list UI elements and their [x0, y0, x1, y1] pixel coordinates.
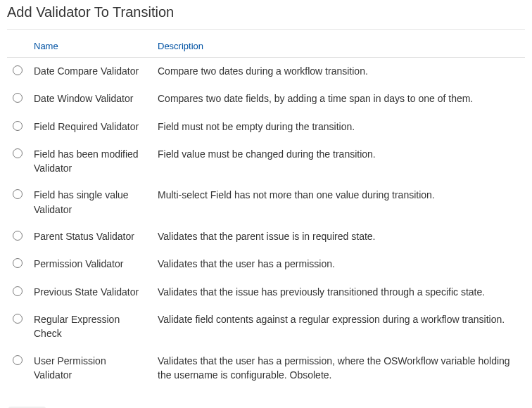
col-name-header: Name	[28, 37, 152, 58]
validator-description: Field value must be changed during the t…	[152, 141, 525, 182]
validator-radio[interactable]	[13, 355, 23, 365]
validator-name: Permission Validator	[28, 250, 152, 278]
validator-radio[interactable]	[13, 65, 23, 75]
validator-radio[interactable]	[13, 121, 23, 131]
page-title: Add Validator To Transition	[7, 4, 525, 23]
col-description-header: Description	[152, 37, 525, 58]
validator-radio[interactable]	[13, 258, 23, 268]
validator-radio[interactable]	[13, 231, 23, 241]
table-row: Previous State Validator Validates that …	[7, 279, 525, 306]
validator-description: Validates that the user has a permission…	[152, 348, 525, 389]
validator-name: Date Window Validator	[28, 85, 152, 113]
validator-name: Field has single value Validator	[28, 181, 152, 223]
table-row: Permission Validator Validates that the …	[7, 250, 525, 278]
validator-radio[interactable]	[13, 189, 23, 199]
validator-description: Validate field contents against a regula…	[152, 306, 525, 348]
col-radio-header	[7, 37, 28, 58]
validator-radio[interactable]	[13, 148, 23, 158]
validator-name: Field Required Validator	[28, 113, 152, 141]
validator-description: Field must not be empty during the trans…	[152, 113, 525, 141]
validator-radio[interactable]	[13, 314, 23, 324]
validator-description: Validates that the issue has previously …	[152, 279, 525, 306]
validator-description: Validates that the user has a permission…	[152, 250, 525, 278]
validator-name: Previous State Validator	[28, 279, 152, 306]
validator-name: Date Compare Validator	[28, 58, 152, 86]
table-row: Field has single value Validator Multi-s…	[7, 181, 525, 223]
table-row: Field Required Validator Field must not …	[7, 113, 525, 141]
table-row: Regular Expression Check Validate field …	[7, 306, 525, 348]
table-row: Field has been modified Validator Field …	[7, 141, 525, 182]
validator-radio[interactable]	[13, 93, 23, 103]
title-divider	[7, 29, 525, 30]
validator-name: Field has been modified Validator	[28, 141, 152, 182]
table-row: Date Window Validator Compares two date …	[7, 85, 525, 113]
table-row: User Permission Validator Validates that…	[7, 348, 525, 389]
validator-radio[interactable]	[13, 286, 23, 296]
validator-description: Compare two dates during a workflow tran…	[152, 58, 525, 86]
validator-description: Compares two date fields, by adding a ti…	[152, 85, 525, 113]
table-row: Date Compare Validator Compare two dates…	[7, 58, 525, 86]
validator-name: User Permission Validator	[28, 348, 152, 389]
table-row: Parent Status Validator Validates that t…	[7, 223, 525, 250]
validator-name: Regular Expression Check	[28, 306, 152, 348]
validators-table: Name Description Date Compare Validator …	[7, 37, 525, 388]
validator-name: Parent Status Validator	[28, 223, 152, 250]
validator-description: Multi-select Field has not more than one…	[152, 181, 525, 223]
validator-description: Validates that the parent issue is in re…	[152, 223, 525, 250]
